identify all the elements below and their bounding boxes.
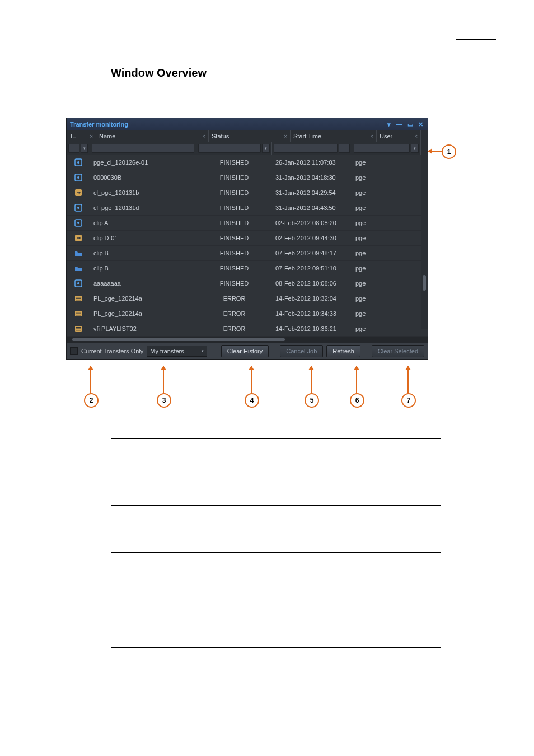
callout-1: 1	[442, 144, 456, 159]
row-icon	[67, 219, 90, 227]
th-user[interactable]: User ×	[377, 130, 421, 142]
cancel-job-button[interactable]: Cancel Job	[280, 345, 323, 357]
row-status: FINISHED	[196, 265, 272, 272]
row-name: clip B	[90, 250, 196, 256]
row-start-time: 14-Feb-2012 10:32:04	[272, 295, 352, 302]
row-status: FINISHED	[196, 250, 272, 256]
filter-name[interactable]	[90, 142, 196, 155]
filter-start-more-icon[interactable]: ...	[339, 144, 350, 153]
window-titlebar[interactable]: Transfer monitoring ▾ — ▭ ✕	[67, 118, 428, 130]
maximize-icon[interactable]: ▭	[406, 121, 414, 128]
row-status: FINISHED	[196, 280, 272, 287]
close-icon[interactable]: ✕	[417, 121, 424, 128]
row-start-time: 02-Feb-2012 09:44:30	[272, 235, 352, 241]
filter-type[interactable]: ▾	[67, 142, 90, 155]
row-start-time: 31-Jan-2012 04:29:54	[272, 189, 352, 196]
filter-user[interactable]: ▾	[352, 142, 421, 155]
row-name: clip B	[90, 265, 196, 272]
row-status: FINISHED	[196, 189, 272, 196]
current-transfers-checkbox[interactable]	[70, 347, 78, 355]
h-scroll-thumb[interactable]	[72, 338, 285, 341]
chevron-down-icon: ▾	[202, 349, 204, 353]
row-name: 0000030B	[90, 174, 196, 181]
table-row[interactable]: PL_pge_120214aERROR14-Feb-2012 10:34:33p…	[67, 306, 428, 321]
minimize-icon[interactable]: —	[396, 121, 403, 128]
filter-user-drop-icon[interactable]: ▾	[411, 144, 419, 153]
svg-point-3	[77, 176, 79, 179]
table-row[interactable]: cl_pge_120131dFINISHED31-Jan-2012 04:43:…	[67, 200, 428, 216]
filter-status[interactable]: ▾	[196, 142, 272, 155]
row-icon	[67, 295, 90, 302]
clear-history-button[interactable]: Clear History	[221, 345, 269, 357]
th-type[interactable]: T.. ×	[67, 130, 96, 142]
svg-rect-15	[76, 300, 81, 300]
table-row[interactable]: 0000030BFINISHED31-Jan-2012 04:18:30pge	[67, 170, 428, 185]
table-row[interactable]: vfi PLAYLIST02ERROR14-Feb-2012 10:36:21p…	[67, 321, 428, 337]
menu-icon[interactable]: ▾	[385, 121, 392, 128]
callout-4: 4	[245, 393, 259, 408]
filter-type-drop-icon[interactable]: ▾	[81, 144, 88, 153]
filter-start[interactable]: ...	[272, 142, 352, 155]
table-row[interactable]: clip AFINISHED02-Feb-2012 08:08:20pge	[67, 216, 428, 231]
v-scroll-thumb[interactable]	[423, 275, 426, 291]
callout-7-arrow	[407, 366, 409, 394]
row-icon	[67, 310, 90, 318]
svg-rect-21	[76, 327, 81, 328]
th-name-close-icon[interactable]: ×	[202, 133, 205, 139]
filter-row: ▾ ▾ ... ▾	[67, 142, 428, 155]
row-icon	[67, 264, 90, 272]
filter-status-drop-icon[interactable]: ▾	[262, 144, 270, 153]
row-start-time: 14-Feb-2012 10:36:21	[272, 325, 352, 332]
callout-2: 2	[84, 393, 99, 408]
row-status: ERROR	[196, 295, 272, 302]
callout-7: 7	[401, 393, 416, 408]
row-icon	[67, 325, 90, 333]
row-status: ERROR	[196, 310, 272, 317]
table-row[interactable]: pge_cl_120126e-01FINISHED26-Jan-2012 11:…	[67, 155, 428, 170]
horizontal-scrollbar[interactable]	[67, 337, 428, 343]
window-bottom-bar: Current Transfers Only My transfers ▾ Cl…	[67, 343, 428, 359]
callout-3-arrow	[163, 366, 164, 394]
row-name: PL_pge_120214a	[90, 295, 196, 302]
row-start-time: 07-Feb-2012 09:51:10	[272, 265, 352, 272]
row-user: pge	[352, 265, 428, 272]
table-row[interactable]: clip D-01FINISHED02-Feb-2012 09:44:30pge	[67, 231, 428, 246]
svg-rect-13	[76, 297, 81, 297]
row-name: pge_cl_120126e-01	[90, 159, 196, 166]
svg-point-11	[77, 282, 79, 284]
refresh-button[interactable]: Refresh	[326, 345, 360, 357]
row-status: FINISHED	[196, 204, 272, 211]
callout-5-arrow	[311, 366, 312, 394]
row-user: pge	[352, 235, 428, 241]
row-start-time: 26-Jan-2012 11:07:03	[272, 159, 352, 166]
th-start-close-icon[interactable]: ×	[370, 133, 373, 139]
footer-rule	[456, 716, 496, 716]
callout-6: 6	[350, 393, 364, 408]
callout-2-arrow	[90, 366, 91, 394]
content-rule-5	[111, 647, 441, 648]
th-status[interactable]: Status ×	[209, 130, 291, 142]
row-status: FINISHED	[196, 220, 272, 226]
table-row[interactable]: PL_pge_120214aERROR14-Feb-2012 10:32:04p…	[67, 291, 428, 306]
th-start-time[interactable]: Start Time ×	[291, 130, 377, 142]
th-name[interactable]: Name ×	[96, 130, 209, 142]
window-title: Transfer monitoring	[70, 121, 128, 128]
th-type-close-icon[interactable]: ×	[90, 133, 93, 139]
content-rule-3	[111, 552, 441, 553]
callout-3: 3	[157, 393, 171, 408]
th-status-close-icon[interactable]: ×	[284, 133, 287, 139]
row-user: pge	[352, 325, 428, 332]
row-name: cl_pge_120131b	[90, 189, 196, 196]
table-row[interactable]: clip BFINISHED07-Feb-2012 09:48:17pge	[67, 246, 428, 261]
table-row[interactable]: clip BFINISHED07-Feb-2012 09:51:10pge	[67, 261, 428, 276]
transfers-filter-dropdown[interactable]: My transfers ▾	[147, 346, 207, 357]
row-user: pge	[352, 280, 428, 287]
row-name: clip D-01	[90, 235, 196, 241]
svg-rect-23	[76, 330, 81, 330]
vertical-scrollbar[interactable]	[421, 155, 428, 329]
svg-point-8	[77, 222, 79, 224]
th-user-close-icon[interactable]: ×	[414, 133, 418, 139]
table-row[interactable]: cl_pge_120131bFINISHED31-Jan-2012 04:29:…	[67, 185, 428, 200]
table-row[interactable]: aaaaaaaaFINISHED08-Feb-2012 10:08:06pge	[67, 276, 428, 291]
clear-selected-button[interactable]: Clear Selected	[372, 345, 424, 357]
